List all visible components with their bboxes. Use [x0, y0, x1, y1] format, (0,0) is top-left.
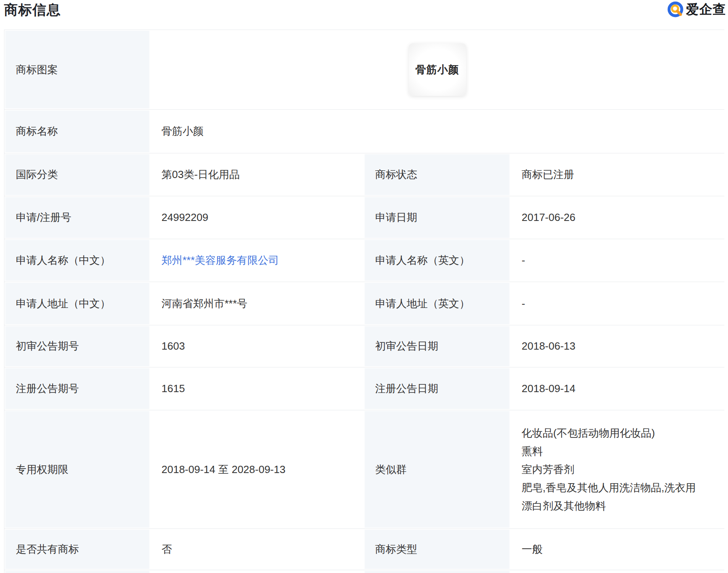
similar-group-value: 化妆品(不包括动物用化妆品) 熏料 室内芳香剂 肥皂,香皂及其他人用洗洁物品,洗… — [510, 410, 724, 528]
applicant-address-cn-value: 河南省郑州市***号 — [150, 282, 364, 325]
similar-group-line: 化妆品(不包括动物用化妆品) — [522, 424, 704, 442]
brand-logo[interactable]: 爱企查 — [667, 1, 726, 19]
similar-group-line: 室内芳香剂 — [522, 461, 704, 479]
aiqicha-logo-icon — [667, 1, 684, 18]
similar-group-line: 熏料 — [522, 442, 704, 461]
trademark-image: 骨筋小颜 — [409, 43, 466, 96]
table-row: 是否共有商标 否 商标类型 一般 — [4, 529, 724, 570]
row-label: 申请/注册号 — [4, 196, 150, 239]
trademark-status-value: 商标已注册 — [510, 153, 724, 196]
row-label: 注册公告日期 — [364, 367, 510, 410]
brand-name: 爱企查 — [686, 1, 726, 19]
row-label: 商标类型 — [364, 529, 510, 570]
similar-group-line: 肥皂,香皂及其他人用洗洁物品,洗衣用漂白剂及其他物料 — [522, 479, 704, 515]
row-label: 申请人地址（英文） — [364, 282, 510, 325]
page-title: 商标信息 — [4, 1, 61, 19]
table-row: 国际分类 第03类-日化用品 商标状态 商标已注册 — [4, 153, 724, 196]
table-row-partial — [4, 570, 724, 573]
row-label: 商标图案 — [4, 30, 150, 109]
table-row: 申请/注册号 24992209 申请日期 2017-06-26 — [4, 196, 724, 239]
intl-class-value: 第03类-日化用品 — [150, 153, 364, 196]
table-row: 商标图案 骨筋小颜 — [4, 30, 724, 110]
row-label: 商标状态 — [364, 153, 510, 196]
row-label: 初审公告期号 — [4, 325, 150, 367]
application-date-value: 2017-06-26 — [510, 196, 724, 239]
row-label: 申请人名称（英文） — [364, 239, 510, 282]
row-label: 申请人名称（中文） — [4, 239, 150, 282]
row-label: 申请人地址（中文） — [4, 282, 150, 325]
table-row: 专用权期限 2018-09-14 至 2028-09-13 类似群 化妆品(不包… — [4, 410, 724, 529]
table-row: 商标名称 骨筋小颜 — [4, 110, 724, 153]
applicant-name-link[interactable]: 郑州***美容服务有限公司 — [161, 253, 279, 267]
registration-gazette-date-value: 2018-09-14 — [510, 367, 724, 410]
applicant-name-en-value: - — [510, 239, 724, 282]
trademark-info-table: 商标图案 骨筋小颜 商标名称 骨筋小颜 国际分类 第03类-日化用品 商标状态 … — [4, 30, 724, 573]
applicant-name-cn-cell: 郑州***美容服务有限公司 — [150, 239, 364, 282]
table-row: 申请人地址（中文） 河南省郑州市***号 申请人地址（英文） - — [4, 282, 724, 325]
shared-trademark-value: 否 — [150, 529, 364, 570]
applicant-address-en-value: - — [510, 282, 724, 325]
row-label: 初审公告日期 — [364, 325, 510, 367]
row-label: 商标名称 — [4, 110, 150, 153]
row-label — [364, 570, 510, 573]
row-label: 国际分类 — [4, 153, 150, 196]
row-label: 注册公告期号 — [4, 367, 150, 410]
row-label: 申请日期 — [364, 196, 510, 239]
row-label: 类似群 — [364, 410, 510, 528]
table-row: 初审公告期号 1603 初审公告日期 2018-06-13 — [4, 325, 724, 367]
table-row: 注册公告期号 1615 注册公告日期 2018-09-14 — [4, 367, 724, 410]
trademark-image-cell: 骨筋小颜 — [150, 30, 724, 109]
trademark-type-value: 一般 — [510, 529, 724, 570]
row-label: 是否共有商标 — [4, 529, 150, 570]
preliminary-gazette-no-value: 1603 — [150, 325, 364, 367]
table-row: 申请人名称（中文） 郑州***美容服务有限公司 申请人名称（英文） - — [4, 239, 724, 282]
registration-number-value: 24992209 — [150, 196, 364, 239]
page-header: 商标信息 爱企查 — [0, 0, 728, 24]
trademark-name-value: 骨筋小颜 — [150, 110, 724, 153]
preliminary-gazette-date-value: 2018-06-13 — [510, 325, 724, 367]
row-label — [4, 570, 150, 573]
row-label: 专用权期限 — [4, 410, 150, 528]
registration-gazette-no-value: 1615 — [150, 367, 364, 410]
exclusive-right-period-value: 2018-09-14 至 2028-09-13 — [150, 410, 364, 528]
